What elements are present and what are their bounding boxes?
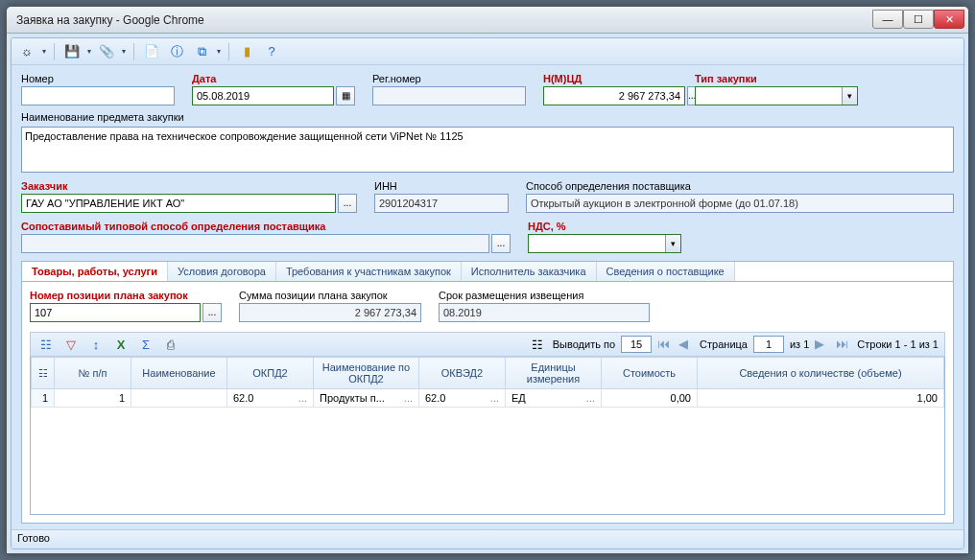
attach-icon[interactable]: 📎 [97, 42, 116, 61]
cell-rownum: 1 [32, 389, 55, 408]
cell-qty[interactable]: 1,00 [698, 389, 944, 408]
nds-label: НДС, % [528, 221, 681, 232]
last-page-icon[interactable]: ⏭ [836, 337, 851, 352]
cell-cost[interactable]: 0,00 [602, 389, 698, 408]
customer-picker-icon[interactable]: ... [338, 194, 357, 213]
tab-executor[interactable]: Исполнитель заказчика [462, 262, 597, 281]
grid-excel-icon[interactable]: X [111, 335, 131, 354]
col-okpd2[interactable]: ОКПД2 [227, 358, 314, 389]
col-okved2[interactable]: ОКВЭД2 [419, 358, 506, 389]
chevron-down-icon[interactable]: ▾ [842, 87, 857, 105]
plan-deadline-input [439, 303, 650, 322]
plan-pos-label: Номер позиции плана закупок [30, 290, 222, 301]
supplier-method-label: Способ определения поставщика [526, 180, 954, 192]
of-label: из 1 [790, 338, 809, 350]
grid-collapse-icon[interactable]: ☷ [528, 335, 547, 354]
tab-requirements[interactable]: Требования к участникам закупок [276, 262, 462, 281]
tab-goods[interactable]: Товары, работы, услуги [22, 262, 168, 282]
prev-page-icon[interactable]: ◀ [678, 337, 694, 352]
db-icon[interactable]: ▮ [237, 42, 256, 61]
cell-okpd2name[interactable]: Продукты п...... [314, 389, 419, 408]
help-icon[interactable]: ? [262, 42, 281, 61]
number-label: Номер [21, 73, 175, 84]
cell-unit[interactable]: ЕД... [506, 389, 602, 408]
inn-label: ИНН [374, 180, 509, 192]
number-input[interactable] [21, 86, 175, 105]
new-icon[interactable]: ☼ [17, 42, 36, 61]
cell-name[interactable] [131, 389, 227, 408]
plan-sum-input [239, 303, 421, 322]
save-icon[interactable]: 💾 [62, 42, 82, 61]
customer-input[interactable] [21, 194, 336, 213]
cell-npp[interactable]: 1 [55, 389, 131, 408]
show-label: Выводить по [553, 338, 615, 350]
cell-okpd2[interactable]: 62.0... [227, 389, 314, 408]
cell-picker-icon[interactable]: ... [404, 392, 413, 404]
type-label: Тип закупки [695, 73, 858, 84]
info-icon[interactable]: ⓘ [167, 42, 186, 61]
tab-supplier-info[interactable]: Сведения о поставщике [597, 262, 735, 281]
page-label: Страница [700, 338, 748, 350]
col-name[interactable]: Наименование [131, 358, 227, 389]
cell-picker-icon[interactable]: ... [490, 392, 499, 404]
nds-select[interactable] [528, 234, 681, 253]
page-number-input[interactable] [753, 336, 784, 353]
page-size-input[interactable] [621, 336, 652, 353]
tab-strip: Товары, работы, услуги Условия договора … [21, 261, 954, 281]
app-window: Заявка на закупку - Google Chrome — ☐ ✕ … [6, 6, 969, 554]
status-bar: Готово [12, 529, 963, 548]
titlebar: Заявка на закупку - Google Chrome — ☐ ✕ [7, 7, 968, 34]
grid-tree-icon[interactable]: ☷ [36, 335, 56, 354]
type-select[interactable] [695, 86, 858, 105]
plan-pos-input[interactable] [30, 303, 201, 322]
tab-terms[interactable]: Условия договора [168, 262, 276, 281]
maximize-button[interactable]: ☐ [903, 10, 934, 29]
grid-sort-icon[interactable]: ↕ [86, 335, 106, 354]
regnum-input [372, 86, 526, 105]
nmcd-label: Н(М)ЦД [543, 73, 678, 84]
col-npp[interactable]: № п/п [55, 358, 131, 389]
comparable-input[interactable] [21, 234, 489, 253]
plan-pos-picker-icon[interactable]: ... [202, 303, 222, 322]
comparable-label: Сопоставимый типовой способ определения … [21, 221, 511, 232]
date-picker-icon[interactable]: ▦ [336, 86, 355, 105]
col-selector[interactable]: ☷ [32, 358, 55, 389]
col-cost[interactable]: Стоимость [602, 358, 698, 389]
grid-sum-icon[interactable]: Σ [136, 335, 155, 354]
supplier-method-input [526, 194, 954, 213]
inn-input [374, 194, 509, 213]
grid-print-icon[interactable]: ⎙ [161, 335, 180, 354]
comparable-picker-icon[interactable]: ... [491, 234, 511, 253]
close-button[interactable]: ✕ [934, 10, 964, 29]
first-page-icon[interactable]: ⏮ [657, 337, 673, 352]
cell-okved2[interactable]: 62.0... [419, 389, 506, 408]
plan-deadline-label: Срок размещения извещения [439, 290, 650, 301]
customer-label: Заказчик [21, 180, 357, 192]
grid-toolbar: ☷ ▽ ↕ X Σ ⎙ ☷ Выводить по ⏮ ◀ Страница и… [30, 332, 945, 357]
main-toolbar: ☼▾ 💾▾ 📎▾ 📄 ⓘ ⧉▾ ▮ ? [12, 38, 963, 65]
rows-label: Строки 1 - 1 из 1 [857, 338, 939, 350]
subject-label: Наименование предмета закупки [21, 111, 954, 123]
col-qty[interactable]: Сведения о количестве (объеме) [698, 358, 944, 389]
table-row[interactable]: 1 1 62.0... Продукты п...... 62.0... ЕД.… [32, 389, 944, 408]
book-icon[interactable]: ⧉ [192, 42, 211, 61]
regnum-label: Рег.номер [372, 73, 526, 84]
minimize-button[interactable]: — [872, 10, 903, 29]
col-okpd2name[interactable]: Наименование по ОКПД2 [314, 358, 419, 389]
items-grid: ☷ № п/п Наименование ОКПД2 Наименование … [30, 357, 945, 515]
nmcd-input[interactable] [543, 86, 685, 105]
doc-icon[interactable]: 📄 [142, 42, 161, 61]
cell-picker-icon[interactable]: ... [586, 392, 595, 404]
date-label: Дата [192, 73, 355, 84]
plan-sum-label: Сумма позиции плана закупок [239, 290, 421, 301]
cell-picker-icon[interactable]: ... [298, 392, 307, 404]
subject-input[interactable] [21, 127, 954, 173]
grid-filter-icon[interactable]: ▽ [61, 335, 81, 354]
window-title: Заявка на закупку - Google Chrome [16, 13, 872, 27]
next-page-icon[interactable]: ▶ [815, 337, 830, 352]
chevron-down-icon[interactable]: ▾ [665, 235, 680, 252]
date-input[interactable] [192, 86, 334, 105]
col-unit[interactable]: Единицы измерения [506, 358, 602, 389]
